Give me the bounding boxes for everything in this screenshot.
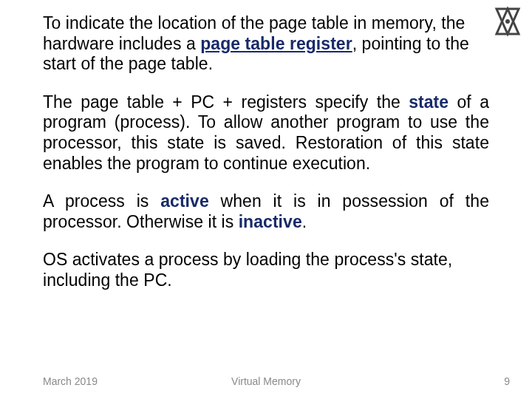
svg-point-3 (505, 19, 510, 24)
footer-page-number: 9 (504, 375, 510, 387)
paragraph-4: OS activates a process by loading the pr… (43, 250, 489, 290)
page-table-register-term: page table register (200, 34, 352, 53)
p3-text-c: . (302, 212, 307, 231)
technion-logo-icon (491, 4, 525, 38)
paragraph-2: The page table + PC + registers specify … (43, 92, 489, 174)
paragraph-3: A process is active when it is in posses… (43, 191, 489, 232)
active-term: active (160, 191, 209, 211)
paragraph-1: To indicate the location of the page tab… (43, 13, 489, 75)
state-term: state (409, 92, 449, 112)
inactive-term: inactive (239, 212, 302, 231)
p2-text-a: The page table + PC + registers specify … (43, 92, 409, 112)
slide: To indicate the location of the page tab… (0, 0, 532, 399)
footer-title: Virtual Memory (0, 375, 532, 387)
p3-text-a: A process is (43, 191, 160, 211)
